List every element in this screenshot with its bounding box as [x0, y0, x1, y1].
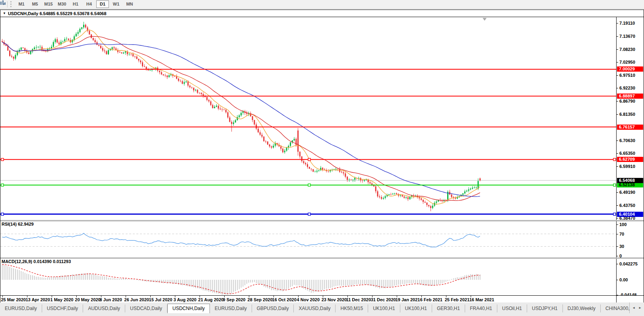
chart-title-ohlc: USDCNH,Daily 6.54885 6.55229 6.53678 6.5…	[8, 11, 107, 16]
date-label: 26 Jun 2020	[124, 297, 149, 302]
tab-usdcnh-daily[interactable]: USDCNH,Daily	[167, 304, 210, 313]
timeframe-toolbar: ▾ M1M5M15M30H1H4D1W1MN	[0, 0, 644, 9]
timeframe-button-mn[interactable]: MN	[123, 0, 136, 8]
line-handle[interactable]	[1, 184, 4, 186]
price-axis-tick	[617, 218, 618, 218]
tab-ger30-h1[interactable]: GER30,H1	[432, 304, 465, 312]
tab-usdcad-daily[interactable]: USDCAD,Daily	[125, 304, 167, 312]
chart-shift-marker-icon[interactable]	[483, 18, 487, 21]
price-chart[interactable]	[0, 17, 616, 220]
date-label: 19 Jan 2021	[396, 297, 420, 302]
price-axis-label: 6.92230	[619, 86, 635, 90]
macd-axis-tick	[617, 280, 618, 280]
line-handle[interactable]	[308, 184, 310, 186]
date-label: 4 Nov 2020	[297, 297, 320, 302]
date-label: 25 Mar 2020	[1, 297, 26, 302]
macd-label: MACD(12,26,9) 0.014390 0.011293	[2, 259, 71, 264]
rsi-axis-tick	[617, 234, 618, 234]
date-label: 6 Feb 2021	[420, 297, 442, 302]
price-axis-tick	[617, 36, 618, 37]
rsi-axis-tick	[617, 256, 618, 256]
timeframe-button-h1[interactable]: H1	[69, 0, 82, 8]
trading-app: ▾ M1M5M15M30H1H4D1W1MN ▼ USDCNH,Daily 6.…	[0, 0, 644, 316]
macd-chart[interactable]	[0, 259, 616, 295]
price-axis-label: 7.08230	[619, 47, 635, 52]
line-handle[interactable]	[613, 158, 616, 161]
tab-scroll-buttons: ◄ ►	[629, 302, 644, 313]
price-axis-label: 6.49190	[619, 190, 635, 195]
price-axis-tick	[617, 62, 618, 62]
tab-dj30-weekly[interactable]: DJ30,Weekly	[563, 304, 601, 312]
price-pane[interactable]: 7.191107.136707.082307.029506.975106.922…	[0, 17, 644, 220]
price-axis-tick	[617, 166, 618, 167]
line-handle[interactable]	[308, 213, 310, 215]
price-axis-label: 6.86790	[619, 99, 635, 103]
timeframe-button-m30[interactable]: M30	[56, 0, 68, 8]
tab-usdjpy-h1[interactable]: USDJPY,H1	[527, 304, 563, 312]
price-badge-6.62709: 6.62709	[617, 157, 643, 162]
tab-xauusd-daily[interactable]: XAUUSD,Daily	[294, 304, 336, 312]
date-label: 16 Oct 2020	[272, 297, 297, 302]
date-label: 31 Dec 2020	[371, 297, 396, 302]
price-badge-6.40104: 6.40104	[617, 212, 643, 217]
price-axis-label: 7.13670	[619, 34, 635, 39]
tab-hk50-m15[interactable]: HK50,M15	[336, 304, 368, 312]
price-axis-tick	[617, 192, 618, 193]
tab-uk100-h1[interactable]: UK100,H1	[400, 304, 432, 312]
line-handle[interactable]	[308, 158, 310, 161]
macd-axis-label: 0.042275	[619, 261, 638, 266]
price-axis-label: 6.43750	[619, 203, 635, 208]
timeframe-button-w1[interactable]: W1	[110, 0, 122, 8]
macd-axis-tick	[617, 264, 618, 264]
date-axis-corner	[616, 296, 644, 303]
price-axis-tick	[617, 23, 618, 23]
tab-usdchf-daily[interactable]: USDCHF,Daily	[42, 304, 83, 312]
tab-china300-h1[interactable]: CHINA300,H1	[601, 304, 629, 312]
chart-menu-caret-icon[interactable]: ▼	[3, 12, 6, 15]
timeframe-button-m5[interactable]: M5	[29, 0, 41, 8]
rsi-chart[interactable]	[0, 221, 616, 257]
tab-gbpusd-daily[interactable]: GBPUSD,Daily	[252, 304, 294, 312]
date-label: 13 Apr 2020	[26, 297, 50, 302]
line-handle[interactable]	[613, 184, 616, 186]
status-strip	[0, 313, 644, 316]
tab-eurusd-daily[interactable]: EURUSD,Daily	[210, 304, 252, 312]
date-label: 16 Mar 2021	[469, 297, 494, 302]
timeframe-buttons: M1M5M15M30H1H4D1W1MN	[15, 0, 136, 8]
tab-fra40-h1[interactable]: FRA40,H1	[465, 304, 497, 312]
rsi-label: RSI(14) 62.9429	[2, 222, 34, 226]
price-axis-label: 6.65350	[619, 151, 635, 156]
line-handle[interactable]	[1, 158, 4, 161]
price-axis-label: 6.59910	[619, 164, 635, 169]
price-axis[interactable]: 7.191107.136707.082307.029506.975106.922…	[616, 17, 644, 220]
line-handle[interactable]	[613, 213, 616, 215]
date-axis[interactable]: 25 Mar 202013 Apr 20201 May 202020 May 2…	[0, 295, 644, 303]
macd-histogram	[2, 265, 480, 295]
price-axis-tick	[617, 101, 618, 101]
tab-audusd-daily[interactable]: AUDUSD,Daily	[83, 304, 125, 312]
price-axis-label: 7.19110	[619, 21, 635, 25]
date-label: 9 Sep 2020	[223, 297, 246, 302]
rsi-pane[interactable]: RSI(14) 62.9429 10070300	[0, 221, 644, 257]
toolbar-separator	[7, 1, 8, 8]
chart-type-button[interactable]: ▾	[0, 0, 6, 8]
date-label: 3 Aug 2020	[174, 297, 197, 302]
timeframe-button-m1[interactable]: M1	[15, 0, 28, 8]
tab-scroll-left-icon[interactable]: ◄	[632, 306, 635, 310]
toolbar-grip-handle[interactable]	[10, 1, 13, 7]
tab-eurusd-daily[interactable]: EURUSD,Daily	[0, 304, 42, 312]
timeframe-button-m15[interactable]: M15	[42, 0, 55, 8]
timeframe-button-d1[interactable]: D1	[96, 0, 109, 8]
macd-pane[interactable]: MACD(12,26,9) 0.014390 0.011293 0.042275…	[0, 259, 644, 295]
line-handle[interactable]	[1, 213, 4, 215]
price-axis-tick	[617, 88, 618, 88]
tab-scroll-right-icon[interactable]: ►	[638, 306, 642, 310]
price-axis-tick	[617, 140, 618, 141]
tab-usoil-h1[interactable]: USOil,H1	[497, 304, 527, 312]
price-axis-label: 7.02950	[619, 60, 635, 64]
tab-uk100-h1[interactable]: UK100,H1	[368, 304, 400, 312]
price-axis-label: 6.97510	[619, 73, 635, 78]
timeframe-button-h4[interactable]: H4	[83, 0, 95, 8]
price-axis-tick	[617, 75, 618, 76]
chart-tabs: EURUSD,DailyUSDCHF,DailyAUDUSD,DailyUSDC…	[0, 302, 629, 313]
